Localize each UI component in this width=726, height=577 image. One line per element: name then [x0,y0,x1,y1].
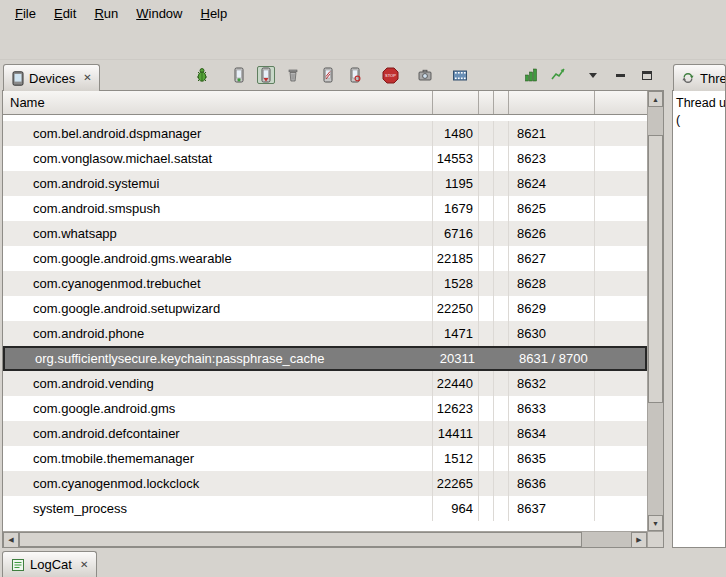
tab-threads[interactable]: Threads ✕ [673,64,726,91]
column-header-port[interactable] [509,91,595,114]
maximize-icon[interactable] [638,66,656,84]
table-row[interactable]: com.google.android.gms.wearable 22185 86… [3,246,647,271]
status-cell-2 [494,496,509,521]
table-row[interactable]: com.cyanogenmod.trebuchet 1528 8628 [3,271,647,296]
table-row[interactable]: com.android.vending 22440 8632 [3,371,647,396]
process-pid: 22265 [433,471,479,496]
horizontal-scrollbar[interactable]: ◀ ▶ [3,531,647,547]
row-filler [595,396,647,421]
process-port: 8634 [509,421,595,446]
row-filler [595,471,647,496]
status-cell-2 [494,471,509,496]
process-name: com.whatsapp [3,221,433,246]
status-cell-2 [496,348,511,369]
row-filler [595,446,647,471]
table-row[interactable]: com.android.defcontainer 14411 8634 [3,421,647,446]
scroll-down-button[interactable]: ▼ [648,515,663,531]
horizontal-scrollbar-thumb[interactable] [19,532,582,547]
process-port: 8623 [509,146,595,171]
debug-icon[interactable] [193,66,211,84]
table-row[interactable]: com.android.systemui 1195 8624 [3,171,647,196]
table-row[interactable]: com.android.smspush 1679 8625 [3,196,647,221]
process-port: 8632 [509,371,595,396]
capture-video-icon[interactable] [451,66,469,84]
panel-sash[interactable] [664,60,672,548]
minimize-icon[interactable] [611,66,629,84]
status-cell-1 [479,146,494,171]
table-row[interactable]: com.google.android.gms 12623 8633 [3,396,647,421]
menu-run[interactable]: Run [85,3,127,24]
threads-message-line-2: ( [676,112,722,129]
process-name: system_process [3,496,433,521]
process-pid: 14411 [433,421,479,446]
tab-devices[interactable]: Devices ✕ [3,64,100,91]
devices-table-panel: Name com.bel.android.dspmanager 1480 862… [2,90,664,548]
process-pid: 22440 [433,371,479,396]
process-pid: 964 [433,496,479,521]
status-cell-1 [479,396,494,421]
table-row[interactable]: com.google.android.setupwizard 22250 862… [3,296,647,321]
status-cell-2 [494,421,509,446]
vertical-scrollbar-thumb[interactable] [648,135,663,403]
process-name: com.android.defcontainer [3,421,433,446]
stop-process-icon[interactable]: STOP [381,66,399,84]
process-port: 8624 [509,171,595,196]
column-header-status-2[interactable] [494,91,509,114]
menu-file[interactable]: File [6,3,45,24]
status-cell-1 [479,471,494,496]
screen-capture-icon[interactable] [416,66,434,84]
device-icon [11,70,24,86]
table-row[interactable]: com.cyanogenmod.lockclock 22265 8636 [3,471,647,496]
process-port: 8626 [509,221,595,246]
close-icon[interactable]: ✕ [80,560,88,570]
status-cell-2 [494,371,509,396]
process-pid: 22250 [433,296,479,321]
menu-edit[interactable]: Edit [45,3,85,24]
status-cell-1 [481,348,496,369]
table-row[interactable]: com.android.phone 1471 8630 [3,321,647,346]
start-method-profiling-icon[interactable] [346,66,364,84]
process-port: 8629 [509,296,595,321]
cause-gc-icon[interactable] [284,66,302,84]
process-name: com.vonglasow.michael.satstat [3,146,433,171]
column-header-pid[interactable] [433,91,479,114]
table-row[interactable]: com.whatsapp 6716 8626 [3,221,647,246]
menu-help[interactable]: Help [191,3,236,24]
table-row[interactable]: system_process 964 8637 [3,496,647,521]
horizontal-scrollbar-track[interactable] [19,532,631,547]
update-threads-icon[interactable] [319,66,337,84]
svg-text:STOP: STOP [385,73,396,78]
status-cell-1 [479,271,494,296]
scroll-left-button[interactable]: ◀ [3,532,19,548]
scroll-right-button[interactable]: ▶ [631,532,647,548]
scroll-up-button[interactable]: ▲ [648,91,663,107]
column-header-status-1[interactable] [479,91,494,114]
process-pid: 6716 [433,221,479,246]
process-port: 8635 [509,446,595,471]
tree-view-icon[interactable] [522,66,540,84]
devices-panel: Devices ✕ [2,60,664,548]
process-name: com.google.android.gms [3,396,433,421]
pixel-perfect-icon[interactable] [549,66,567,84]
status-cell-1 [479,121,494,146]
vertical-scrollbar-track[interactable] [648,107,663,515]
update-heap-icon[interactable] [230,66,248,84]
column-header-name[interactable]: Name [3,91,433,114]
menu-window[interactable]: Window [127,3,191,24]
row-filler [595,146,647,171]
dump-hprof-icon[interactable] [257,66,275,84]
table-row[interactable]: com.bel.android.dspmanager 1480 8621 [3,121,647,146]
table-row[interactable]: com.tmobile.thememanager 1512 8635 [3,446,647,471]
process-pid: 1528 [433,271,479,296]
close-icon[interactable]: ✕ [83,73,91,83]
devices-table: Name com.bel.android.dspmanager 1480 862… [3,91,647,531]
tab-logcat[interactable]: LogCat ✕ [2,551,97,577]
vertical-scrollbar[interactable]: ▲ ▼ [647,91,663,531]
status-cell-2 [494,396,509,421]
status-cell-2 [494,171,509,196]
view-menu-icon[interactable] [584,66,602,84]
table-row[interactable]: com.vonglasow.michael.satstat 14553 8623 [3,146,647,171]
row-filler [595,171,647,196]
process-pid: 1480 [433,121,479,146]
table-row[interactable]: org.sufficientlysecure.keychain:passphra… [3,346,647,371]
